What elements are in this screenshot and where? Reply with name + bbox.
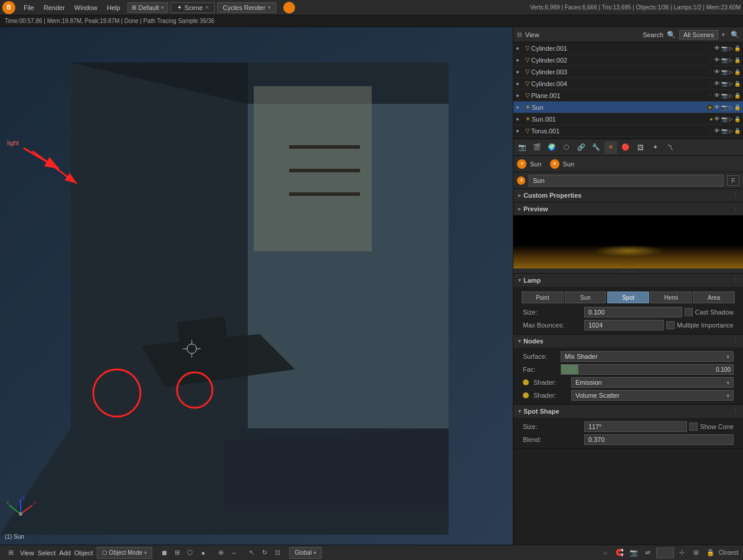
lock-icon[interactable]: 🔒 [734, 116, 741, 122]
select-icon[interactable]: ▷ [729, 45, 733, 51]
expand-icon[interactable]: ⊞ [5, 547, 17, 559]
lamp-type-spot[interactable]: Spot [607, 292, 649, 303]
lock-icon[interactable]: 🔒 [734, 104, 741, 110]
blender-logo-icon[interactable]: B [2, 1, 15, 14]
viewport-shade-solid-icon[interactable]: ◼ [158, 547, 170, 559]
camera-icon[interactable]: 📷 [721, 128, 728, 134]
eye-icon[interactable]: 👁 [714, 104, 720, 110]
mode-dropdown[interactable]: ⬡ Object Mode ▾ [97, 547, 153, 559]
lock-icon[interactable]: 🔒 [734, 81, 741, 87]
spot-size-value[interactable]: 117° [584, 421, 687, 432]
render-engine-dropdown[interactable]: Cycles Render ▾ [217, 2, 276, 13]
select-icon[interactable]: ▷ [729, 57, 733, 63]
lock-icon[interactable]: 🔒 [734, 57, 741, 63]
lock-icon[interactable]: 🔒 [734, 128, 741, 134]
sun-name-input[interactable] [529, 175, 724, 186]
eye-icon[interactable]: 👁 [714, 127, 720, 134]
particles-props-icon[interactable]: ✦ [649, 141, 662, 154]
lamp-type-sun[interactable]: Sun [565, 292, 607, 303]
world-props-icon[interactable]: 🌍 [545, 141, 558, 154]
select-icon[interactable]: ▷ [729, 116, 733, 122]
eye-icon[interactable]: 👁 [714, 92, 720, 99]
list-item[interactable]: ● ▽ Torus.001 ⋮ 👁 📷 ▷ 🔒 [513, 125, 743, 137]
select-icon[interactable]: ▷ [729, 128, 733, 134]
search-icon[interactable]: 🔍 [667, 31, 676, 39]
object-menu-bottom[interactable]: Object [74, 549, 93, 556]
outliner-body[interactable]: ● ▽ Cylinder.001 ⋮ 👁 📷 ▷ 🔒 ● ▽ Cylinder.… [513, 42, 743, 149]
camera-icon[interactable]: 📷 [721, 69, 728, 75]
render-props-icon[interactable]: 📷 [516, 141, 529, 154]
camera-icon[interactable]: 📷 [721, 93, 728, 99]
all-scenes-dropdown[interactable]: All Scenes [679, 30, 718, 40]
lock-icon[interactable]: 🔒 [705, 547, 716, 559]
eye-icon[interactable]: 👁 [714, 68, 720, 75]
lock-icon[interactable]: 🔒 [734, 69, 741, 75]
viewport-shade-render-icon[interactable]: ● [197, 547, 209, 559]
surface-value[interactable]: Mix Shader ▾ [561, 351, 734, 362]
rotate-icon[interactable]: ↻ [258, 547, 270, 559]
pivot2-icon[interactable]: ↔ [228, 547, 240, 559]
blend-value[interactable]: 0.370 [584, 434, 734, 445]
lamp-type-area[interactable]: Area [693, 292, 735, 303]
pivot-icon[interactable]: ⊕ [215, 547, 227, 559]
list-item[interactable]: ● ▽ Plane.001 ⋮ 👁 📷 ▷ 🔒 [513, 90, 743, 101]
modifier-props-icon[interactable]: 🔧 [590, 141, 603, 154]
object-props-icon[interactable]: ⬡ [560, 141, 573, 154]
lock-icon[interactable]: 🔒 [734, 45, 741, 51]
lamp-type-hemi[interactable]: Hemi [650, 292, 692, 303]
select-menu-bottom[interactable]: Select [38, 549, 56, 556]
list-item[interactable]: ● ▽ Cylinder.003 ⋮ 👁 📷 ▷ 🔒 [513, 66, 743, 78]
viewport-canvas[interactable]: light [0, 27, 513, 545]
view-menu-bottom[interactable]: View [20, 549, 34, 556]
view-button[interactable]: View [525, 31, 539, 38]
preview-drag-handle[interactable]: — — — [513, 268, 743, 273]
manipulator-icon[interactable]: ⊹ [676, 547, 688, 559]
show-cone-checkbox[interactable] [689, 423, 698, 431]
camera-icon[interactable]: 📷 [721, 45, 728, 51]
lamp-header[interactable]: ▾ Lamp ⋮ [513, 274, 743, 287]
scene-tab[interactable]: ✦ Scene × [171, 2, 215, 13]
custom-properties-header[interactable]: ▸ Custom Properties ⋮ [513, 189, 743, 202]
scene-props-icon[interactable]: 🎬 [531, 141, 544, 154]
viewport-3d[interactable]: light [0, 27, 513, 545]
add-menu-bottom[interactable]: Add [59, 549, 71, 556]
camera-icon[interactable]: 📷 [721, 116, 728, 122]
select-icon[interactable]: ▷ [729, 104, 733, 110]
menu-window[interactable]: Window [70, 3, 102, 12]
viewport-shade-wire-icon[interactable]: ⊞ [171, 547, 183, 559]
eye-icon[interactable]: 👁 [714, 80, 720, 87]
search-button[interactable]: Search [643, 31, 663, 38]
data-props-icon[interactable]: ☀ [604, 141, 617, 154]
camera-icon[interactable]: 📷 [721, 81, 728, 87]
list-item[interactable]: ● ▽ Cylinder.002 ⋮ 👁 📷 ▷ 🔒 [513, 54, 743, 66]
multiple-importance-checkbox[interactable] [666, 321, 675, 329]
menu-file[interactable]: File [19, 3, 39, 12]
lock-icon[interactable]: 🔒 [734, 93, 741, 99]
physics-props-icon[interactable]: 〽 [663, 141, 676, 154]
camera-view-icon[interactable]: 📷 [628, 547, 640, 559]
list-item[interactable]: ● ▽ Cylinder.001 ⋮ 👁 📷 ▷ 🔒 [513, 42, 743, 54]
layer-icon[interactable]: ⊞ [690, 547, 702, 559]
select-icon[interactable]: ▷ [729, 81, 733, 87]
size-value[interactable]: 0.100 [584, 307, 682, 317]
select-icon[interactable]: ▷ [729, 93, 733, 99]
list-item[interactable]: ● ☀ Sun ● 👁 📷 ▷ 🔒 [513, 101, 743, 113]
proportional-icon[interactable]: ○ [600, 547, 611, 559]
move-icon[interactable]: ↖ [246, 547, 257, 559]
material-props-icon[interactable]: 🔴 [619, 141, 632, 154]
list-item[interactable]: ● ☀ Sun.001 ● 👁 📷 ▷ 🔒 [513, 113, 743, 125]
transform-dropdown[interactable]: Global ▾ [289, 547, 322, 559]
list-item[interactable]: ● ▽ Cylinder.004 ⋮ 👁 📷 ▷ 🔒 [513, 78, 743, 90]
editor-type-dropdown[interactable]: ⊞ Default ▾ [127, 2, 169, 13]
eye-icon[interactable]: 👁 [714, 57, 720, 63]
select-icon[interactable]: ▷ [729, 69, 733, 75]
viewport-shade-texture-icon[interactable]: ⬡ [184, 547, 196, 559]
lamp-type-point[interactable]: Point [522, 292, 564, 303]
preview-header[interactable]: ▸ Preview ⋮ [513, 202, 743, 215]
cast-shadow-checkbox[interactable] [685, 308, 693, 316]
constraint-props-icon[interactable]: 🔗 [575, 141, 588, 154]
search-magnify-icon[interactable]: 🔍 [731, 31, 739, 39]
mirror-icon[interactable]: ⇌ [642, 547, 654, 559]
menu-render[interactable]: Render [39, 3, 70, 12]
camera-icon[interactable]: 📷 [721, 104, 728, 110]
